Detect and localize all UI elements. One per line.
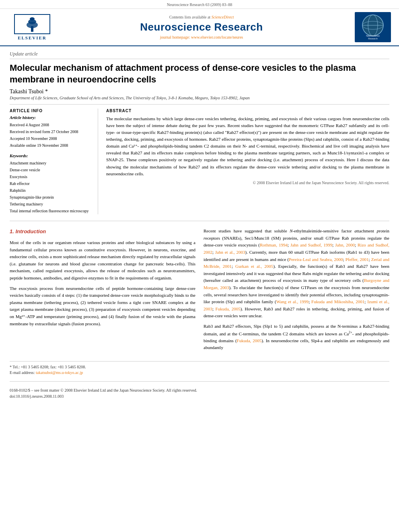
abstract-label: ABSTRACT xyxy=(106,109,389,113)
section-divider xyxy=(10,221,389,221)
abstract-copyright: © 2008 Elsevier Ireland Ltd and the Japa… xyxy=(106,181,389,185)
email-link[interactable]: takatsuboi@ms.u-tokyo.ac.jp xyxy=(36,370,83,375)
keyword-0: Attachment machinery xyxy=(10,160,92,166)
svg-text:Neuroscience: Neuroscience xyxy=(366,35,380,37)
keyword-2: Exocytosis xyxy=(10,173,92,180)
journal-logo-right: Neuroscience Research xyxy=(347,12,391,42)
ref-jahn-2003[interactable]: Jahn et al., 2003 xyxy=(215,250,245,255)
history-list: Received 4 August 2008 Received in revis… xyxy=(10,121,92,149)
body-left-col: 1. Introduction Most of the cells in our… xyxy=(10,228,195,355)
author-affiliation: Department of Life Sciences, Graduate Sc… xyxy=(10,96,389,100)
ref-wang[interactable]: Wang et al., 1999 xyxy=(276,299,309,304)
journal-header: ELSEVIER Contents lists available at Sci… xyxy=(0,9,399,46)
history-item-2: Accepted 10 November 2008 xyxy=(10,135,92,142)
footer-notes: * Tel.: +81 3 5465 8208; fax: +81 3 5465… xyxy=(10,361,389,398)
journal-header-center: Contents lists available at ScienceDirec… xyxy=(56,15,347,39)
keyword-5: Synaptotagmin-like protein xyxy=(10,194,92,201)
sciencedirect-line: Contents lists available at ScienceDirec… xyxy=(56,15,347,19)
right-para-1: Recent studies have suggested that solub… xyxy=(204,228,389,320)
article-info-label: ARTICLE INFO xyxy=(10,109,92,113)
elsevier-logo: ELSEVIER xyxy=(8,14,56,40)
tel-footnote: * Tel.: +81 3 5465 8208; fax: +81 3 5465… xyxy=(10,365,389,369)
ref-jahn-sudhof[interactable]: Jahn and Sudhof, 1999 xyxy=(290,242,332,247)
article-type: Update article xyxy=(10,51,389,59)
svg-text:Research: Research xyxy=(368,37,378,40)
footer-divider xyxy=(10,381,389,382)
intro-para-1: Most of the cells in our organism releas… xyxy=(10,239,195,282)
keywords-label: Keywords: xyxy=(10,154,92,158)
body-right-col: Recent studies have suggested that solub… xyxy=(204,228,389,355)
body-section: 1. Introduction Most of the cells in our… xyxy=(10,228,389,355)
right-para-2: Rab3 and Rab27 effectors, Slps (Slp1 to … xyxy=(204,323,389,351)
keyword-4: Rabphilin xyxy=(10,187,92,194)
sciencedirect-link[interactable]: ScienceDirect xyxy=(212,15,234,19)
ref-fukuda-mikoshiba[interactable]: Fukuda and Mikoshiba, 2001 xyxy=(311,299,364,304)
ref-jahn-2000[interactable]: Jahn, 2000 xyxy=(335,242,355,247)
history-item-1: Received in revised form 27 October 2008 xyxy=(10,128,92,135)
elsevier-tree-icon xyxy=(20,16,44,32)
ref-gurkan[interactable]: Gurkan et al., 2005 xyxy=(235,264,273,269)
journal-title: Neuroscience Research xyxy=(56,21,347,33)
keywords-section: Keywords: Attachment machinery Dense-cor… xyxy=(10,154,92,214)
top-meta: Neuroscience Research 63 (2009) 83–88 xyxy=(0,0,399,9)
history-item-3: Available online 19 November 2008 xyxy=(10,142,92,149)
keyword-3: Rab effector xyxy=(10,180,92,187)
elsevier-logo-section: ELSEVIER xyxy=(8,14,56,40)
neuroscience-logo-icon: Neuroscience Research xyxy=(357,13,389,41)
journal-logo-box: Neuroscience Research xyxy=(355,12,391,42)
article-title: Molecular mechanism of attachment proces… xyxy=(10,62,389,85)
svg-point-3 xyxy=(30,17,35,21)
keyword-7: Total internal reflection fluorescence m… xyxy=(10,207,92,214)
journal-homepage: journal homepage: www.elsevier.com/locat… xyxy=(56,35,347,39)
abstract-text: The molecular mechanisms by which large … xyxy=(106,115,389,177)
email-footnote: E-mail address: takatsuboi@ms.u-tokyo.ac… xyxy=(10,370,389,375)
history-label: Article history: xyxy=(10,115,92,120)
ref-pfeffer[interactable]: Pfeffer, 2001 xyxy=(346,257,369,262)
ref-rothman[interactable]: Rothman, 1994 xyxy=(260,242,288,247)
intro-para-2: The exocytosis process from neuroendocri… xyxy=(10,285,195,328)
journal-ref: Neuroscience Research 63 (2009) 83–88 xyxy=(167,2,232,7)
intro-heading: 1. Introduction xyxy=(10,228,195,236)
history-item-0: Received 4 August 2008 xyxy=(10,121,92,128)
ref-fukuda-2005b[interactable]: Fukuda, 2005 xyxy=(237,338,262,343)
ref-fukuda-2005[interactable]: Fukuda, 2005 xyxy=(216,306,241,311)
article-container: Update article Molecular mechanism of at… xyxy=(0,51,399,407)
abstract-col: ABSTRACT The molecular mechanisms by whi… xyxy=(106,109,389,214)
author-name: Takashi Tsuboi * xyxy=(10,88,389,95)
ref-pereira[interactable]: Pereira-Leal and Seabra, 2000 xyxy=(289,257,343,262)
keyword-6: Tethering machinery xyxy=(10,201,92,207)
doi-line: doi:10.1016/j.neures.2008.11.003 xyxy=(10,394,389,398)
issn-line: 0168-0102/$ – see front matter © 2008 El… xyxy=(10,388,389,392)
ref-burgoyne[interactable]: Burgoyne and Morgan, 2003 xyxy=(204,278,389,290)
article-info-col: ARTICLE INFO Article history: Received 4… xyxy=(10,109,98,214)
homepage-url[interactable]: www.elsevier.com/locate/neures xyxy=(191,35,243,39)
elsevier-logo-box xyxy=(14,14,50,34)
keyword-1: Dense-core vesicle xyxy=(10,166,92,173)
elsevier-text: ELSEVIER xyxy=(18,35,47,40)
info-abstract-section: ARTICLE INFO Article history: Received 4… xyxy=(10,104,389,214)
